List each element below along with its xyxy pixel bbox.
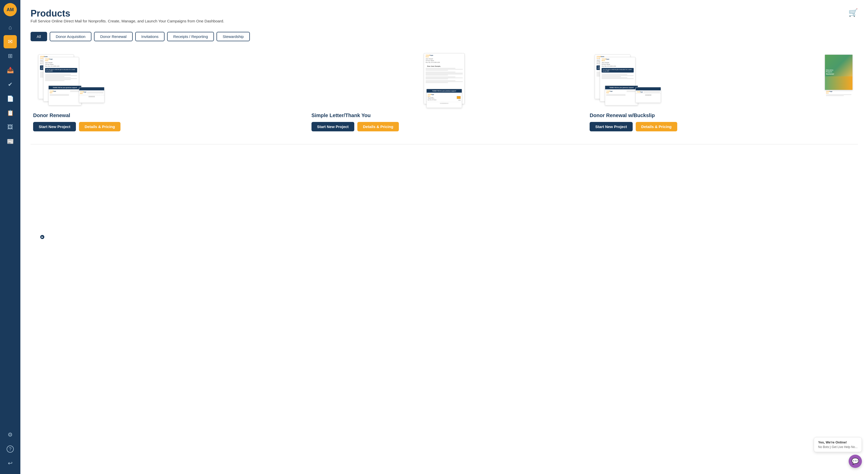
product-preview-simple-letter: YOURlogohere Jane Sample123 Any StreetAn… (311, 52, 577, 108)
csv-icon: 📄 (7, 95, 14, 102)
product-card-simple-letter: YOURlogohere Jane Sample123 Any StreetAn… (309, 50, 580, 136)
filter-receipts-reporting[interactable]: Receipts / Reporting (167, 32, 214, 41)
outer-envelope: THANK YOU for your previous support! YOU… (426, 89, 462, 108)
product-actions-donor-renewal-buckslip: Start New Project Details & Pricing (590, 122, 855, 131)
news-icon: 📰 (7, 138, 14, 145)
reply-envelope: THANK YOU for your generous support! YOU… (49, 86, 82, 105)
cart-button[interactable]: 🛒 (848, 8, 858, 17)
sidebar-item-news[interactable]: 📰 (4, 135, 17, 148)
main-content: ▶ Products Full Service Online Direct Ma… (20, 0, 868, 474)
product-preview-donor-renewal-buckslip: YOURlogohere Jane Sample123 Any StreetAn… (590, 52, 855, 108)
products-grid: YOURlogohere Jane Sample123 Any StreetAn… (31, 50, 858, 136)
check-icon: ✔ (8, 81, 12, 88)
start-new-project-button-3[interactable]: Start New Project (590, 122, 632, 131)
sidebar-toggle[interactable]: ▶ (40, 235, 44, 239)
logout-icon: ↩ (8, 460, 12, 467)
product-actions-donor-renewal: Start New Project Details & Pricing (33, 122, 299, 131)
sidebar: AM ⌂ ✉ ⊞ 📥 ✔ 📄 📋 🖼 📰 ⚙ ? ↩ (0, 0, 20, 474)
product-card-donor-renewal-buckslip: YOURlogohere Jane Sample123 Any StreetAn… (587, 50, 858, 136)
start-new-project-button-1[interactable]: Start New Project (33, 122, 76, 131)
filter-donor-renewal[interactable]: Donor Renewal (94, 32, 132, 41)
report-icon: 📋 (7, 110, 14, 116)
reply-card: YOURlogohere ||||||||||||||||||| (79, 87, 104, 103)
help-icon: ? (7, 445, 14, 453)
inbox-icon: 📥 (7, 67, 14, 73)
chat-bubble: Yes, We're Online! No Bots:) Get Live He… (814, 437, 862, 452)
product-name-donor-renewal-buckslip: Donor Renewal w/Buckslip (590, 113, 855, 118)
filter-bar: All Donor Acquisition Donor Renewal Invi… (31, 32, 858, 41)
chat-icon: 💬 (851, 458, 859, 465)
page-title: Products (31, 8, 224, 19)
details-pricing-button-2[interactable]: Details & Pricing (357, 122, 399, 131)
settings-icon: ⚙ (8, 432, 13, 438)
mail-icon: ✉ (8, 38, 12, 45)
details-pricing-button-3[interactable]: Details & Pricing (636, 122, 677, 131)
product-name-simple-letter: Simple Letter/Thank You (311, 113, 577, 118)
filter-invitations[interactable]: Invitations (135, 32, 165, 41)
chat-title: Yes, We're Online! (818, 440, 858, 444)
product-card-donor-renewal: YOURlogohere Jane Sample123 Any StreetAn… (31, 50, 301, 136)
sidebar-item-inbox[interactable]: 📥 (4, 64, 17, 77)
buckslip-reply-card: YOURlogo ||||||||||||||||||| (636, 87, 661, 103)
sidebar-item-help[interactable]: ? (4, 442, 17, 456)
buckslip-card: EducationProgramSummer YOURlogohere (825, 55, 853, 90)
buckslip-envelope: THANK YOU for your generous support! YOU… (605, 86, 638, 105)
table-icon: ⊞ (8, 53, 12, 59)
sidebar-item-home[interactable]: ⌂ (4, 21, 17, 34)
details-pricing-button-1[interactable]: Details & Pricing (79, 122, 121, 131)
chat-open-button[interactable]: 💬 (849, 455, 862, 468)
home-icon: ⌂ (8, 24, 12, 31)
filter-all[interactable]: All (31, 32, 47, 41)
sidebar-item-report[interactable]: 📋 (4, 106, 17, 120)
sidebar-item-mail[interactable]: ✉ (4, 35, 17, 49)
sidebar-item-check[interactable]: ✔ (4, 78, 17, 91)
sidebar-item-logout[interactable]: ↩ (4, 457, 17, 470)
chat-subtitle: No Bots:) Get Live Help No... (818, 445, 858, 449)
sidebar-item-csv[interactable]: 📄 (4, 92, 17, 105)
filter-donor-acquisition[interactable]: Donor Acquisition (50, 32, 92, 41)
chat-widget: Yes, We're Online! No Bots:) Get Live He… (814, 437, 862, 468)
image-icon: 🖼 (7, 124, 13, 131)
sidebar-item-image[interactable]: 🖼 (4, 121, 17, 134)
start-new-project-button-2[interactable]: Start New Project (311, 122, 354, 131)
product-preview-donor-renewal: YOURlogohere Jane Sample123 Any StreetAn… (33, 52, 299, 108)
sidebar-item-table[interactable]: ⊞ (4, 50, 17, 63)
product-name-donor-renewal: Donor Renewal (33, 113, 299, 118)
sidebar-item-settings[interactable]: ⚙ (4, 428, 17, 441)
product-actions-simple-letter: Start New Project Details & Pricing (311, 122, 577, 131)
page-header: Products Full Service Online Direct Mail… (31, 8, 858, 29)
app-logo[interactable]: AM (4, 3, 17, 16)
filter-stewardship[interactable]: Stewardship (216, 32, 250, 41)
page-subtitle: Full Service Online Direct Mail for Nonp… (31, 19, 224, 23)
